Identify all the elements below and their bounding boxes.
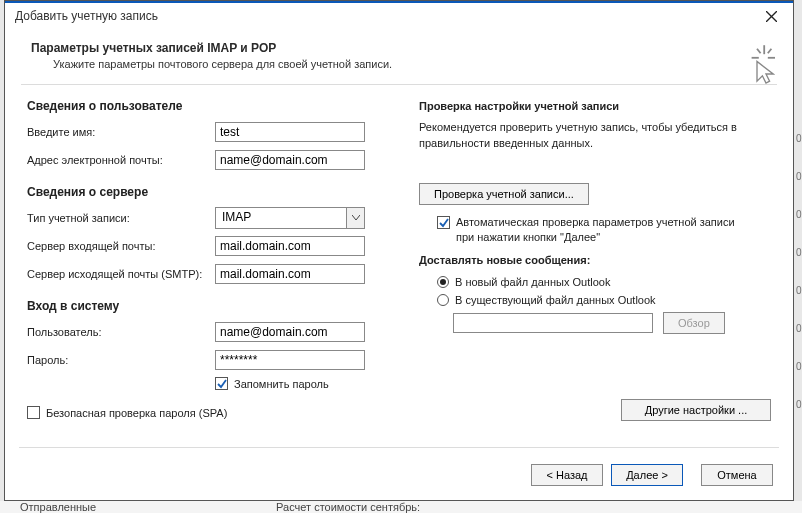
cursor-click-icon	[739, 45, 775, 85]
test-account-button[interactable]: Проверка учетной записи...	[419, 183, 589, 205]
username-label: Пользователь:	[27, 326, 215, 338]
password-label: Пароль:	[27, 354, 215, 366]
account-type-label: Тип учетной записи:	[27, 212, 215, 224]
window-title: Добавить учетную запись	[15, 9, 749, 23]
auto-test-label: Автоматическая проверка параметров учетн…	[456, 215, 736, 245]
radio-new-label: В новый файл данных Outlook	[455, 276, 610, 288]
titlebar: Добавить учетную запись	[5, 1, 793, 29]
email-input[interactable]	[215, 150, 365, 170]
account-type-value: IMAP	[216, 208, 346, 228]
server-info-heading: Сведения о сервере	[27, 185, 397, 199]
svg-line-6	[757, 49, 761, 54]
next-button[interactable]: Далее >	[611, 464, 683, 486]
test-settings-desc: Рекомендуется проверить учетную запись, …	[419, 120, 771, 151]
name-label: Введите имя:	[27, 126, 215, 138]
auto-test-checkbox[interactable]	[437, 216, 450, 229]
radio-existing-data-file[interactable]	[437, 294, 449, 306]
name-input[interactable]	[215, 122, 365, 142]
outgoing-server-label: Сервер исходящей почты (SMTP):	[27, 268, 215, 280]
header-subtitle: Укажите параметры почтового сервера для …	[53, 58, 773, 70]
test-settings-heading: Проверка настройки учетной записи	[419, 99, 771, 114]
radio-existing-label: В существующий файл данных Outlook	[455, 294, 656, 306]
header-title: Параметры учетных записей IMAP и POP	[31, 41, 773, 55]
remember-password-label: Запомнить пароль	[234, 378, 329, 390]
bg-stub-text: Расчет стоимости сентябрь:	[276, 501, 420, 513]
close-button[interactable]	[749, 3, 793, 29]
remember-password-checkbox[interactable]	[215, 377, 228, 390]
other-settings-button[interactable]: Другие настройки ...	[621, 399, 771, 421]
close-icon	[766, 11, 777, 22]
add-account-dialog: Добавить учетную запись Параметры учетны…	[4, 0, 794, 501]
password-input[interactable]	[215, 350, 365, 370]
incoming-server-label: Сервер входящей почты:	[27, 240, 215, 252]
outgoing-server-input[interactable]	[215, 264, 365, 284]
incoming-server-input[interactable]	[215, 236, 365, 256]
email-label: Адрес электронной почты:	[27, 154, 215, 166]
dialog-header: Параметры учетных записей IMAP и POP Ука…	[5, 29, 793, 78]
username-input[interactable]	[215, 322, 365, 342]
login-heading: Вход в систему	[27, 299, 397, 313]
cancel-button[interactable]: Отмена	[701, 464, 773, 486]
chevron-down-icon	[346, 208, 364, 228]
data-file-path-input	[453, 313, 653, 333]
spa-label: Безопасная проверка пароля (SPA)	[46, 407, 227, 419]
back-button[interactable]: < Назад	[531, 464, 603, 486]
spa-checkbox[interactable]	[27, 406, 40, 419]
svg-line-5	[768, 49, 772, 54]
browse-button[interactable]: Обзор	[663, 312, 725, 334]
bg-edge-marks: 00000000	[796, 120, 802, 424]
footer-separator	[19, 447, 779, 448]
radio-new-data-file[interactable]	[437, 276, 449, 288]
account-type-select[interactable]: IMAP	[215, 207, 365, 229]
bg-folder-label: Отправленные	[20, 501, 96, 513]
deliver-heading: Доставлять новые сообщения:	[419, 253, 771, 268]
user-info-heading: Сведения о пользователе	[27, 99, 397, 113]
